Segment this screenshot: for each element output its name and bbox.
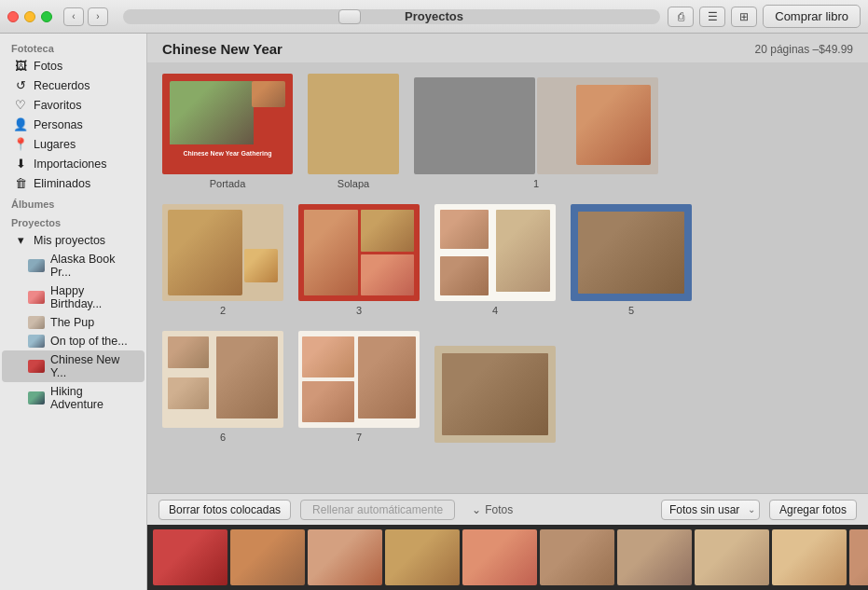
view-icon[interactable]: ⊞ [731,7,757,27]
ontop-label: On top of the... [50,335,128,348]
film-strip [147,525,868,590]
content-area: Chinese New Year 20 páginas –$49.99 Chin… [147,34,868,590]
toolbar-icons: ⎙ ☰ ⊞ Comprar libro [668,5,861,28]
page-cover: Chinese New Year Gathering [162,74,293,174]
sidebar-item-lugares[interactable]: 📍 Lugares [2,134,145,154]
film-thumb-9[interactable] [772,529,847,585]
grid-row-2: 2 3 [162,204,853,316]
film-thumb-7[interactable] [617,529,692,585]
flap-label: Solapa [338,178,369,189]
photo-grid[interactable]: Chinese New Year Gathering Portada Solap… [147,62,868,493]
project-thumb-alaska [28,259,45,272]
sidebar-item-hiking[interactable]: Hiking Adventure [2,382,145,414]
p4-label: 4 [492,305,498,316]
film-thumb-4[interactable] [385,529,460,585]
sidebar-item-pup[interactable]: The Pup [2,313,145,332]
grid-row-3: 6 7 [162,331,853,443]
folder-open-icon: ▾ [13,233,28,247]
photos-dropdown[interactable]: ⌄ Fotos [464,501,520,519]
film-thumb-2[interactable] [230,529,305,585]
page-item-cover[interactable]: Chinese New Year Gathering Portada [162,74,293,189]
import-icon: ⬇ [13,157,28,171]
unused-select-wrapper: Fotos sin usar [661,500,760,520]
page-7 [298,331,420,428]
minimize-button[interactable] [24,11,35,22]
memories-icon: ↺ [13,78,28,92]
photos-label: Fotos [485,503,513,516]
page-3 [298,204,420,301]
page-item-p1[interactable]: 1 [414,77,658,189]
film-thumb-3[interactable] [308,529,382,585]
film-thumb-5[interactable] [462,529,537,585]
sidebar: Fototeca 🖼 Fotos ↺ Recuerdos ♡ Favoritos… [0,34,147,590]
p1-label: 1 [533,178,539,189]
places-icon: 📍 [13,137,28,151]
zoom-slider[interactable] [123,9,660,24]
project-thumb-ontop [28,335,45,348]
section-proyectos: Proyectos [0,212,146,230]
page-flap [308,74,399,174]
favoritos-label: Favoritos [34,99,81,112]
buy-book-button[interactable]: Comprar libro [763,5,861,28]
forward-button[interactable]: › [88,7,108,26]
page-item-p7[interactable]: 7 [298,331,420,443]
maximize-button[interactable] [41,11,52,22]
book-title: Chinese New Year [162,41,282,57]
content-header: Chinese New Year 20 páginas –$49.99 [147,34,868,62]
chevron-down-icon: ⌄ [472,503,481,516]
page-1-spread [414,77,658,174]
sidebar-item-importaciones[interactable]: ⬇ Importaciones [2,154,145,173]
page-item-p4[interactable]: 4 [434,204,556,316]
sidebar-item-ontop[interactable]: On top of the... [2,332,145,350]
photos-icon: 🖼 [13,59,28,73]
title-bar: ‹ › Proyectos ⎙ ☰ ⊞ Comprar libro [0,0,868,34]
page-item-p2[interactable]: 2 [162,204,283,316]
cover-label: Portada [210,178,246,189]
grid-row-1: Chinese New Year Gathering Portada Solap… [162,74,853,189]
page-2 [162,204,283,301]
project-thumb-pup [28,316,45,329]
p2-label: 2 [220,305,226,316]
fill-auto-button[interactable]: Rellenar automáticamente [300,500,455,520]
clear-photos-button[interactable]: Borrar fotos colocadas [158,500,291,520]
people-icon: 👤 [13,117,28,131]
sidebar-toggle-icon[interactable]: ☰ [699,7,725,27]
window-title: Proyectos [405,9,463,23]
sidebar-item-personas[interactable]: 👤 Personas [2,115,145,134]
page-item-p6[interactable]: 6 [162,331,283,443]
sidebar-item-favoritos[interactable]: ♡ Favoritos [2,95,145,115]
film-thumb-10[interactable] [849,529,868,585]
fotos-label: Fotos [34,60,62,73]
zoom-thumb[interactable] [338,9,361,24]
photos-unused-select[interactable]: Fotos sin usar [661,500,760,520]
film-thumb-6[interactable] [540,529,614,585]
page-item-flap[interactable]: Solapa [308,74,399,189]
nav-buttons: ‹ › [63,7,108,26]
close-button[interactable] [7,11,19,22]
sidebar-item-recuerdos[interactable]: ↺ Recuerdos [2,75,145,95]
sidebar-item-eliminados[interactable]: 🗑 Eliminados [2,173,145,193]
mis-proyectos-label: Mis proyectos [34,234,105,247]
p3-label: 3 [356,305,362,316]
back-button[interactable]: ‹ [63,7,84,26]
chinese-label: Chinese New Y... [50,353,133,379]
sidebar-item-birthday[interactable]: Happy Birthday... [2,281,145,313]
export-icon[interactable]: ⎙ [668,7,694,27]
film-thumb-1[interactable] [153,529,227,585]
birthday-label: Happy Birthday... [50,284,133,310]
page-item-p5[interactable]: 5 [571,204,692,316]
add-photos-button[interactable]: Agregar fotos [769,500,857,520]
sidebar-item-chinese[interactable]: Chinese New Y... [2,350,145,382]
project-thumb-chinese [28,360,45,373]
section-fototeca: Fototeca [0,37,146,56]
sidebar-item-fotos[interactable]: 🖼 Fotos [2,56,145,75]
section-albums: Álbumes [0,193,146,212]
sidebar-item-mis-proyectos[interactable]: ▾ Mis proyectos [2,230,145,250]
sidebar-item-alaska[interactable]: Alaska Book Pr... [2,250,145,281]
film-thumb-8[interactable] [695,529,769,585]
lugares-label: Lugares [34,138,76,151]
hiking-label: Hiking Adventure [50,385,133,411]
eliminados-label: Eliminados [34,177,90,190]
page-item-p3[interactable]: 3 [298,204,420,316]
trash-icon: 🗑 [13,176,28,190]
